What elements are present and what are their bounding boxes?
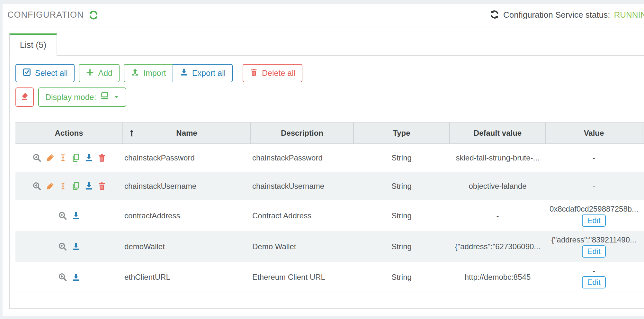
page-header: CONFIGURATION Configuration Service stat… [3,4,644,26]
download-icon[interactable] [84,181,94,191]
text-cursor-icon[interactable] [59,181,67,191]
cell-value: - [546,172,642,200]
export-all-label: Export all [192,68,226,78]
copy-icon[interactable] [71,181,80,191]
trash-icon [250,68,258,78]
service-status: Configuration Service status: RUNNING [490,4,644,26]
cell-type: String [353,172,450,200]
table-row: chainstackUsername chainstackUsername St… [15,172,644,200]
cell-type: String [353,144,450,172]
cell-name: chainstackUsername [123,172,251,200]
cell-name: demoWallet [123,231,251,262]
toolbar: Select all Add Import Export all Delete … [15,64,644,82]
zoom-in-icon[interactable] [58,211,67,221]
table-row: chainstackPassword chainstackPassword St… [15,144,644,172]
configuration-table: Actions Name Description Type Default va… [15,122,644,293]
upload-icon [131,68,139,78]
import-label: Import [143,68,166,78]
select-all-label: Select all [35,68,67,78]
tab-list[interactable]: List (5) [9,33,57,56]
clear-selection-button[interactable] [15,87,34,107]
display-mode-label: Display mode: [45,93,96,102]
column-header-default-value[interactable]: Default value [450,123,546,144]
cell-name: contractAddress [123,200,251,231]
cell-type: String [353,200,450,231]
copy-icon[interactable] [71,153,80,162]
pencil-icon[interactable] [46,153,55,162]
cell-value: - [546,144,642,172]
pencil-icon[interactable] [46,181,55,191]
status-value: RUNNING [614,10,644,20]
column-header-type[interactable]: Type [353,123,450,144]
cell-description: Demo Wallet [251,231,353,262]
export-all-button[interactable]: Export all [173,64,233,82]
configuration-card: CONFIGURATION Configuration Service stat… [3,4,644,316]
cell-default-value: - [450,200,546,231]
cell-description: chainstackUsername [251,172,353,200]
trash-icon[interactable] [97,153,106,162]
download-icon [180,68,188,78]
tab-bar: List (5) [9,33,644,56]
cell-name: ethClientURL [123,262,251,293]
zoom-in-icon[interactable] [58,272,67,282]
table-row: demoWallet Demo Wallet String {"address"… [15,231,644,262]
cell-type: String [353,231,450,262]
refresh-icon[interactable] [88,10,99,20]
laptop-icon [100,91,110,103]
edit-button[interactable]: Edit [582,245,605,258]
cell-default-value: objective-lalande [450,172,546,200]
status-refresh-icon[interactable] [490,10,499,21]
zoom-in-icon[interactable] [58,242,67,251]
download-icon[interactable] [71,242,81,251]
column-header-extra [642,123,644,144]
cell-description: chainstackPassword [251,144,353,172]
trash-icon[interactable] [97,182,106,191]
zoom-in-icon[interactable] [32,181,42,191]
zoom-in-icon[interactable] [32,153,42,163]
download-icon[interactable] [84,153,94,162]
cell-default-value: http://demobc:8545 [450,262,546,293]
import-export-group: Import Export all [124,64,233,82]
select-all-button[interactable]: Select all [15,64,75,82]
column-header-description[interactable]: Description [251,123,353,144]
download-icon[interactable] [71,273,81,282]
checkbox-checked-icon [22,68,31,78]
table-header-row: Actions Name Description Type Default va… [15,123,644,144]
cell-value: {"address":"839211490... [551,235,636,244]
column-header-name-label: Name [176,129,197,137]
toolbar-secondary: Display mode: [15,87,644,107]
table-row: ethClientURL Ethereum Client URL String … [15,262,644,293]
page-title: CONFIGURATION [7,10,84,20]
eraser-icon [20,92,29,103]
edit-button[interactable]: Edit [582,276,605,288]
display-mode-button[interactable]: Display mode: [38,87,126,107]
cell-value: - [593,266,595,275]
cell-value: 0x8cdaf0cd259887258b... [550,205,638,214]
column-header-name[interactable]: Name [123,123,251,144]
cell-description: Contract Address [251,200,353,231]
column-header-actions: Actions [15,123,123,144]
tab-list-label: List (5) [20,40,47,50]
sort-ascending-icon[interactable] [128,128,136,138]
import-button[interactable]: Import [124,64,173,82]
add-button[interactable]: Add [79,64,119,82]
cell-name: chainstackPassword [123,144,251,172]
status-label: Configuration Service status: [503,10,610,20]
plus-icon [86,68,94,78]
column-header-value[interactable]: Value [546,123,642,144]
cell-default-value: {"address":"627306090... [450,231,546,262]
text-cursor-icon[interactable] [59,153,67,162]
tab-panel: Select all Add Import Export all Delete … [9,55,644,309]
cell-default-value: skied-tall-strung-brute-... [450,144,546,172]
cell-description: Ethereum Client URL [251,262,353,293]
download-icon[interactable] [71,211,81,220]
delete-all-button[interactable]: Delete all [243,64,302,82]
caret-down-icon [113,93,119,102]
add-label: Add [98,68,112,78]
edit-button[interactable]: Edit [582,214,605,227]
cell-type: String [353,262,450,293]
delete-all-label: Delete all [262,68,295,78]
table-row: contractAddress Contract Address String … [15,200,644,231]
